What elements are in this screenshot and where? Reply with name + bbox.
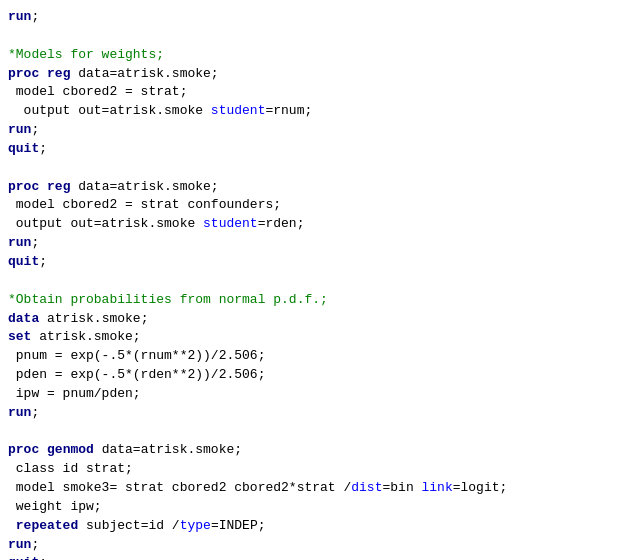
code-token — [39, 66, 47, 81]
code-token: student — [203, 216, 258, 231]
code-token: genmod — [47, 442, 94, 457]
code-token: =bin — [382, 480, 421, 495]
code-token: ; — [31, 9, 39, 24]
code-token: data — [8, 311, 39, 326]
code-line: data atrisk.smoke; — [8, 310, 629, 329]
code-line: quit; — [8, 253, 629, 272]
code-token: dist — [351, 480, 382, 495]
code-token: ; — [31, 537, 39, 552]
code-token: weight ipw; — [8, 499, 102, 514]
code-token: reg — [47, 179, 70, 194]
code-line: output out=atrisk.smoke student=rden; — [8, 215, 629, 234]
code-token: link — [422, 480, 453, 495]
code-line: *Obtain probabilities from normal p.d.f.… — [8, 291, 629, 310]
code-token: =rden; — [258, 216, 305, 231]
code-line: model cbored2 = strat confounders; — [8, 196, 629, 215]
code-token — [39, 179, 47, 194]
code-token: set — [8, 329, 31, 344]
code-line: model smoke3= strat cbored2 cbored2*stra… — [8, 479, 629, 498]
code-token: ; — [31, 122, 39, 137]
code-token: proc — [8, 179, 39, 194]
code-token: proc — [8, 442, 39, 457]
code-editor: run; *Models for weights;proc reg data=a… — [8, 8, 629, 560]
code-token: ; — [39, 141, 47, 156]
code-line: proc reg data=atrisk.smoke; — [8, 65, 629, 84]
code-token — [39, 442, 47, 457]
code-token: atrisk.smoke; — [31, 329, 140, 344]
code-token: ipw = pnum/pden; — [8, 386, 141, 401]
code-token: proc — [8, 66, 39, 81]
code-line — [8, 159, 629, 178]
code-line — [8, 423, 629, 442]
code-token: model smoke3= strat cbored2 cbored2*stra… — [8, 480, 351, 495]
code-token: run — [8, 235, 31, 250]
code-line: *Models for weights; — [8, 46, 629, 65]
code-line: proc reg data=atrisk.smoke; — [8, 178, 629, 197]
code-token: reg — [47, 66, 70, 81]
code-line: ipw = pnum/pden; — [8, 385, 629, 404]
code-token: run — [8, 537, 31, 552]
code-line: pden = exp(-.5*(rden**2))/2.506; — [8, 366, 629, 385]
code-token: pden = exp(-.5*(rden**2))/2.506; — [8, 367, 265, 382]
code-token: atrisk.smoke; — [39, 311, 148, 326]
code-line: run; — [8, 536, 629, 555]
code-token: ; — [39, 254, 47, 269]
code-token: data=atrisk.smoke; — [70, 66, 218, 81]
code-token: ; — [31, 405, 39, 420]
code-line: run; — [8, 234, 629, 253]
code-token: =logit; — [453, 480, 508, 495]
code-token: quit — [8, 254, 39, 269]
code-token: run — [8, 405, 31, 420]
code-token: data=atrisk.smoke; — [94, 442, 242, 457]
code-token — [8, 518, 16, 533]
code-line: output out=atrisk.smoke student=rnum; — [8, 102, 629, 121]
code-line — [8, 272, 629, 291]
code-token: ; — [31, 235, 39, 250]
code-line: run; — [8, 8, 629, 27]
code-line: weight ipw; — [8, 498, 629, 517]
code-line: pnum = exp(-.5*(rnum**2))/2.506; — [8, 347, 629, 366]
code-token: type — [180, 518, 211, 533]
code-line: repeated subject=id /type=INDEP; — [8, 517, 629, 536]
code-token: class id strat; — [8, 461, 133, 476]
code-token: repeated — [16, 518, 78, 533]
code-token: ; — [39, 555, 47, 560]
code-token: output out=atrisk.smoke — [8, 216, 203, 231]
code-line: run; — [8, 404, 629, 423]
code-token: quit — [8, 141, 39, 156]
code-line: quit; — [8, 554, 629, 560]
code-token: output out=atrisk.smoke — [8, 103, 211, 118]
code-token: student — [211, 103, 266, 118]
code-line — [8, 27, 629, 46]
code-line: quit; — [8, 140, 629, 159]
code-token: model cbored2 = strat; — [8, 84, 187, 99]
code-token: run — [8, 122, 31, 137]
code-token: model cbored2 = strat confounders; — [8, 197, 281, 212]
code-token: subject=id / — [78, 518, 179, 533]
code-line: model cbored2 = strat; — [8, 83, 629, 102]
code-token: quit — [8, 555, 39, 560]
code-token: data=atrisk.smoke; — [70, 179, 218, 194]
code-line: proc genmod data=atrisk.smoke; — [8, 441, 629, 460]
code-token: =rnum; — [265, 103, 312, 118]
code-token: run — [8, 9, 31, 24]
code-line: set atrisk.smoke; — [8, 328, 629, 347]
code-token: *Obtain probabilities from normal p.d.f.… — [8, 292, 328, 307]
code-token: =INDEP; — [211, 518, 266, 533]
code-line: class id strat; — [8, 460, 629, 479]
code-token: *Models for weights; — [8, 47, 164, 62]
code-token: pnum = exp(-.5*(rnum**2))/2.506; — [8, 348, 265, 363]
code-line: run; — [8, 121, 629, 140]
